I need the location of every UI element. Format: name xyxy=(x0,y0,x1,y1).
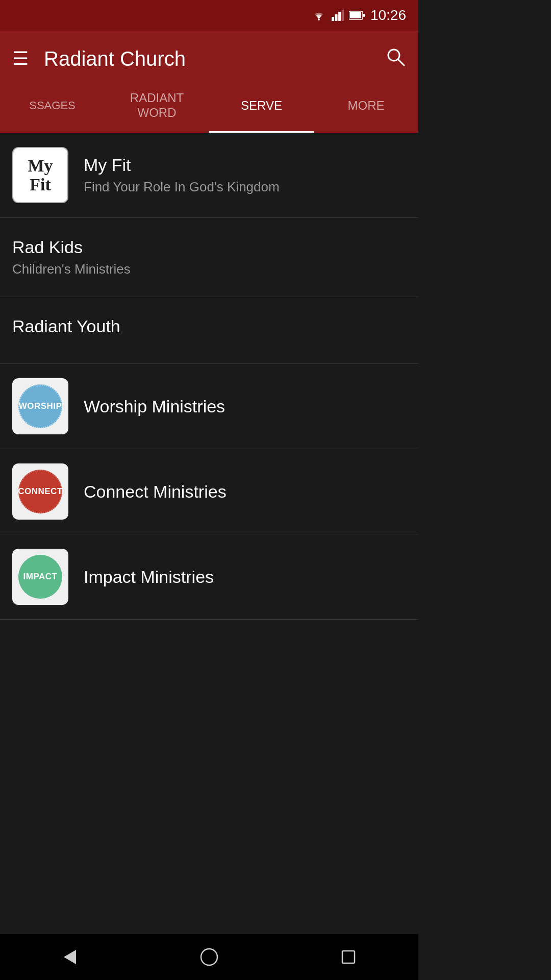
tab-messages[interactable]: SSAGES xyxy=(0,87,105,133)
svg-rect-1 xyxy=(332,17,334,21)
svg-point-11 xyxy=(201,949,217,965)
wifi-icon xyxy=(311,10,327,21)
signal-icon xyxy=(332,10,344,21)
svg-point-0 xyxy=(318,19,320,21)
svg-rect-4 xyxy=(341,10,344,21)
svg-line-9 xyxy=(398,59,404,65)
app-title: Radiant Church xyxy=(44,47,186,70)
divider-6 xyxy=(0,619,418,620)
home-button[interactable] xyxy=(189,937,230,977)
status-icons: 10:26 xyxy=(311,7,406,23)
worship-text: Worship Ministries xyxy=(84,397,225,416)
list-item-radiant-youth[interactable]: Radiant Youth xyxy=(0,297,418,363)
app-bar: ☰ Radiant Church xyxy=(0,31,418,87)
my-fit-subtitle: Find Your Role In God's Kingdom xyxy=(84,179,280,195)
impact-icon-container: IMPACT xyxy=(12,549,68,605)
list-item-rad-kids[interactable]: Rad Kids Children's Ministries xyxy=(0,218,418,297)
bottom-nav xyxy=(0,934,418,980)
radiant-youth-title: Radiant Youth xyxy=(12,316,120,336)
app-bar-left: ☰ Radiant Church xyxy=(12,47,186,70)
impact-text: Impact Ministries xyxy=(84,567,214,587)
connect-icon-container: CONNECT xyxy=(12,463,68,520)
svg-rect-2 xyxy=(335,14,337,21)
tab-more[interactable]: MORE xyxy=(314,87,418,133)
connect-icon: CONNECT xyxy=(18,470,62,513)
search-button[interactable] xyxy=(385,46,406,72)
svg-rect-6 xyxy=(363,14,365,17)
rad-kids-title: Rad Kids xyxy=(12,237,83,257)
svg-rect-7 xyxy=(350,12,361,18)
worship-icon-container: WORSHIP xyxy=(12,378,68,434)
rad-kids-subtitle: Children's Ministries xyxy=(12,261,131,277)
my-fit-text: My Fit Find Your Role In God's Kingdom xyxy=(84,155,280,195)
svg-rect-12 xyxy=(342,951,355,963)
list-item-worship[interactable]: WORSHIP Worship Ministries xyxy=(0,364,418,449)
status-bar: 10:26 xyxy=(0,0,418,31)
tab-bar: SSAGES RADIANT WORD SERVE MORE xyxy=(0,87,418,133)
connect-text: Connect Ministries xyxy=(84,482,227,502)
worship-title: Worship Ministries xyxy=(84,397,225,416)
list-item-my-fit[interactable]: MyFit My Fit Find Your Role In God's Kin… xyxy=(0,133,418,217)
worship-icon: WORSHIP xyxy=(18,384,62,428)
battery-icon xyxy=(349,10,365,20)
list-item-impact[interactable]: IMPACT Impact Ministries xyxy=(0,534,418,619)
connect-title: Connect Ministries xyxy=(84,482,227,502)
tab-serve[interactable]: SERVE xyxy=(209,87,314,133)
list-item-connect[interactable]: CONNECT Connect Ministries xyxy=(0,449,418,534)
impact-icon: IMPACT xyxy=(18,555,62,599)
svg-rect-3 xyxy=(338,12,341,21)
my-fit-icon: MyFit xyxy=(12,147,68,203)
my-fit-title: My Fit xyxy=(84,155,280,175)
recents-button[interactable] xyxy=(328,937,369,977)
content-area: MyFit My Fit Find Your Role In God's Kin… xyxy=(0,133,418,666)
svg-marker-10 xyxy=(64,950,76,964)
back-button[interactable] xyxy=(49,937,90,977)
menu-button[interactable]: ☰ xyxy=(12,48,29,69)
status-time: 10:26 xyxy=(370,7,406,23)
tab-radiant-word[interactable]: RADIANT WORD xyxy=(105,87,209,133)
impact-title: Impact Ministries xyxy=(84,567,214,587)
